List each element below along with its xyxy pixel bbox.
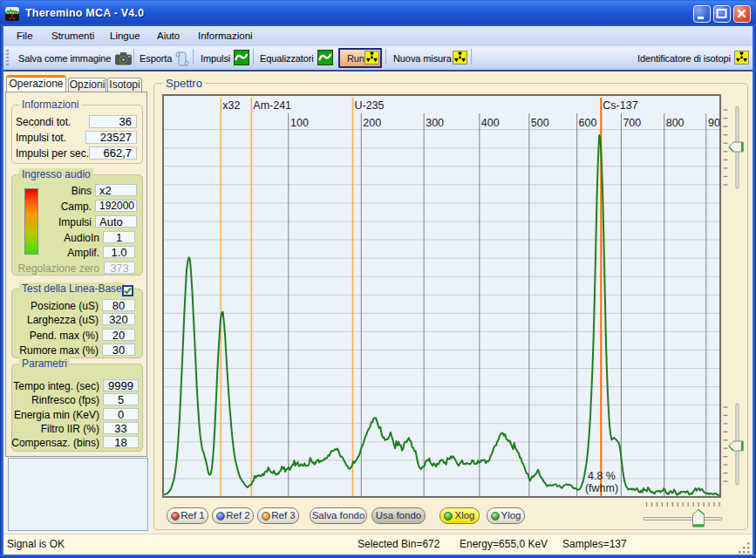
svg-text:U-235: U-235 bbox=[355, 99, 385, 112]
svg-text:Am-241: Am-241 bbox=[253, 99, 291, 112]
svg-text:400: 400 bbox=[481, 117, 500, 129]
svg-text:600: 600 bbox=[579, 117, 597, 129]
svg-text:500: 500 bbox=[531, 117, 549, 129]
svg-text:300: 300 bbox=[426, 117, 444, 129]
svg-text:Cs-137: Cs-137 bbox=[603, 99, 637, 112]
svg-text:100: 100 bbox=[290, 117, 309, 129]
svg-text:4.8 %: 4.8 % bbox=[588, 470, 616, 482]
svg-text:700: 700 bbox=[623, 117, 641, 129]
svg-text:(fwhm): (fwhm) bbox=[585, 482, 618, 494]
svg-text:x32: x32 bbox=[222, 99, 240, 112]
svg-text:200: 200 bbox=[363, 117, 381, 129]
